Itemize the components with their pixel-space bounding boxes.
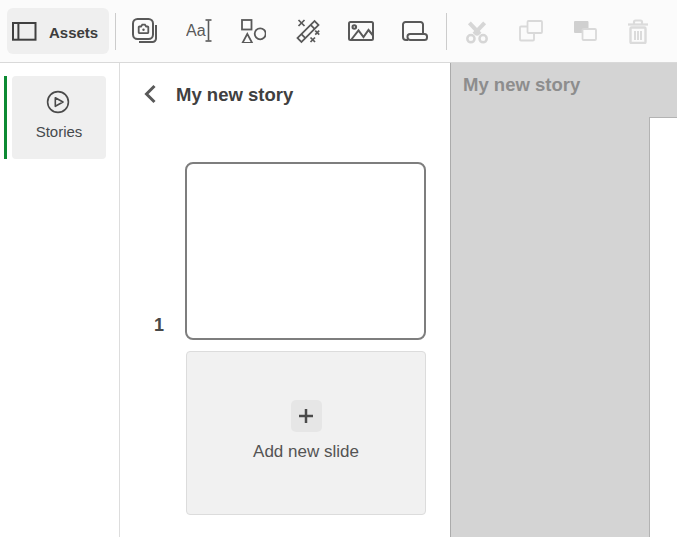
svg-text:Aa: Aa (186, 22, 206, 39)
